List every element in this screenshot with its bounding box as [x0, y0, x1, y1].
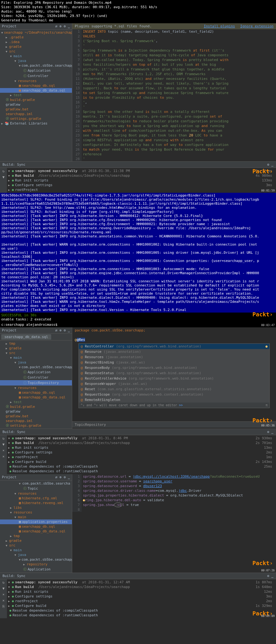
tree-java[interactable]: ▼java [0, 58, 72, 63]
tree-application[interactable]: ⓒApplication [0, 68, 72, 73]
tree-resources[interactable]: ▼resources [0, 79, 72, 83]
build-sync-header-1[interactable]: Build: Sync ⚙ ⎯ [0, 161, 276, 168]
video-line: Video: h264, yuv420p, 1920x1080, 29.97 f… [1, 14, 275, 18]
build-sync-panel-2: ↻▼×✕ ▼●searchapp: synced successfully at… [0, 435, 276, 474]
tree-main[interactable]: ▼main [0, 54, 72, 58]
build-sync-panel-1: ↻▼ ▼●searchapp: synced successfully at 2… [0, 168, 276, 193]
code-content[interactable]: INSERT INTO topic (name, description, te… [82, 29, 276, 161]
tree-gradlew-iml[interactable]: searchapp.iml [0, 112, 72, 116]
tree-gradlew-bat[interactable]: gradlew.bat [0, 107, 72, 112]
tree-gradle[interactable]: ▶gradle [0, 44, 72, 49]
tree-settings-gradle[interactable]: ⦿settings.gradle [0, 116, 72, 121]
install-plugins-link[interactable]: Install plugins [204, 24, 235, 28]
project-sidebar: Project ⇄ ⊕ ⚙ ⎯ ▼searchapp ~/IdeaProject… [0, 23, 72, 161]
tree-ext-libs[interactable]: ▶📚External Libraries [0, 121, 72, 126]
build-sync-panel-3: ↻▼×✕⎘ ▼●searchapp: synced successfully a… [0, 579, 276, 618]
build-sync-header-3[interactable]: Build: Sync⚙ ⎯ [0, 573, 276, 579]
console-success: SUCCESSFUL in 30s onable tasks: 2 execut… [0, 313, 276, 322]
tree-db-data-sql[interactable]: ▦searchapp_db_data.sql [0, 88, 72, 93]
project-sidebar-2: Project ⇄ ⊕ ⚙ ⎯ searchapp_db_data.sql ▶t… [0, 327, 72, 429]
ac-item[interactable]: @ RestController (org.springframework.we… [79, 344, 269, 349]
build-sync-header-2[interactable]: Build: Sync⚙ ⎯ [0, 429, 276, 435]
frame-timestamp: 00:01:59 [261, 189, 275, 192]
sync-toolbar[interactable]: ↻▼ [0, 168, 7, 193]
ac-item[interactable]: @ Resource (javax.annotation) [79, 349, 269, 354]
project-sidebar-3: Project⇄ ⊕ ⚙ ⎯ ▼com.packt.sb5be.searcha … [0, 474, 72, 573]
status-bar: TopicRepository Packt› 00:05:36 [72, 421, 276, 428]
sync-tree[interactable]: ▼●searchapp: synced successfully at 2018… [7, 168, 276, 193]
ac-footer: ^↓ and ^↑ will move caret down and up in… [79, 402, 269, 408]
project-label: Project [2, 24, 16, 28]
video-metadata: File: Exploring JPA Repository and Domai… [0, 0, 276, 23]
console-output[interactable]: 950c50bbc67fdbc908190dc8e25d7a0251f74a/s… [0, 193, 276, 313]
project-tree[interactable]: ▼searchapp ~/IdeaProjects/searchapp ▶.gr… [0, 30, 72, 126]
tree-db-sql[interactable]: ▦searchapp_db.sql [0, 83, 72, 88]
ac-item[interactable]: @ ResponseStatus (org.springframework.we… [79, 370, 269, 376]
tree-package[interactable]: ▼com.packt.sb5be.searchapp [0, 63, 72, 68]
ac-item[interactable]: @ ResponseBody (org.springframework.web.… [79, 365, 269, 370]
project-toolwindow-header[interactable]: Project ⇄ ⊕ ⚙ ⎯ [0, 23, 72, 30]
packt-logo: Packt› [252, 311, 273, 318]
audio-line: Audio: aac, 48000 Hz, stereo (eng) [1, 9, 275, 14]
ac-item[interactable]: @ RestControllerAdvice (org.springframew… [79, 376, 269, 381]
project-header-2[interactable]: Project ⇄ ⊕ ⚙ ⎯ [0, 327, 72, 334]
ignore-extension-link[interactable]: Ignore extension [240, 24, 273, 28]
file-line: File: Exploring JPA Repository and Domai… [1, 1, 275, 5]
packt-logo: Packt› [252, 417, 273, 424]
project-toolbar-icons[interactable]: ⇄ ⊕ ⚙ ⎯ [55, 24, 70, 28]
console-prompt[interactable]: c:searchapp alejandroimass$ [0, 322, 276, 327]
tree-root[interactable]: ▼searchapp ~/IdeaProjects/searchapp [0, 30, 72, 35]
ide-frame-1: Project ⇄ ⊕ ⚙ ⎯ ▼searchapp ~/IdeaProject… [0, 23, 276, 161]
tree-idea[interactable]: ▶.idea [0, 40, 72, 44]
plugin-notice-bar: Plugins supporting *.sql files found. In… [72, 23, 276, 29]
packt-logo: Packt› [252, 560, 273, 566]
ac-item[interactable]: @ RespectBinding (javax.xml.ws) [79, 360, 269, 365]
notice-text: Plugins supporting *.sql files found. [75, 24, 152, 28]
editor-tab-bar[interactable]: searchapp_db_data.sql [0, 334, 72, 341]
ac-item[interactable]: @ Reset (com.sun.org.glassfish.external.… [79, 386, 269, 392]
java-editor[interactable]: package com.packt.sb5be.searchapp; @@Res… [72, 327, 276, 429]
build-header-icons[interactable]: ⚙ ⎯ [267, 163, 273, 167]
tree-gradle-hidden[interactable]: ▶.gradle [0, 35, 72, 40]
line-gutter: 1234567891011121314151617181920212223242… [72, 29, 82, 161]
tree-controller[interactable]: ⓒController [0, 73, 72, 79]
sql-editor[interactable]: Plugins supporting *.sql files found. In… [72, 23, 276, 161]
ide-frame-3: Project⇄ ⊕ ⚙ ⎯ ▼com.packt.sb5be.searcha … [0, 474, 276, 573]
ide-frame-2: Project ⇄ ⊕ ⚙ ⎯ searchapp_db_data.sql ▶t… [0, 327, 276, 429]
code-area[interactable]: 1234567891011121314151617181920212223242… [72, 29, 276, 161]
properties-editor[interactable]: 12345678 spring.datasource.url = jdbc:my… [72, 474, 276, 573]
tree-test[interactable]: ▶test [0, 93, 72, 97]
project-tree-2[interactable]: ▶tmp ▶gradle ▼src ▼main ▼java ▼com.packt… [0, 341, 72, 429]
autocomplete-popup[interactable]: @ RestController (org.springframework.we… [78, 343, 270, 408]
ac-item[interactable]: @ Resources (javax.annotation) [79, 354, 269, 360]
tree-gradlew[interactable]: gradlew [0, 102, 72, 107]
packt-logo: Packt› [252, 168, 273, 175]
tab-sql[interactable]: searchapp_db_data.sql [1, 334, 51, 340]
ac-item[interactable]: @ RemoteAtSingleton [79, 397, 269, 402]
tree-src[interactable]: ▼src [0, 49, 72, 54]
ac-item[interactable]: @ ResponseWrapper (javax.xml.ws) [79, 381, 269, 386]
editor-content[interactable]: package com.packt.sb5be.searchapp; @@Res [72, 327, 276, 343]
ac-item[interactable]: @ RequestScope (org.springframework.web.… [79, 392, 269, 397]
tree-build-gradle[interactable]: ⦿build.gradle [0, 97, 72, 102]
size-line: Size: 38393036 bytes (36.61 MiB), durati… [1, 5, 275, 9]
gen-line: Generated by Thumbnail me [1, 18, 275, 23]
